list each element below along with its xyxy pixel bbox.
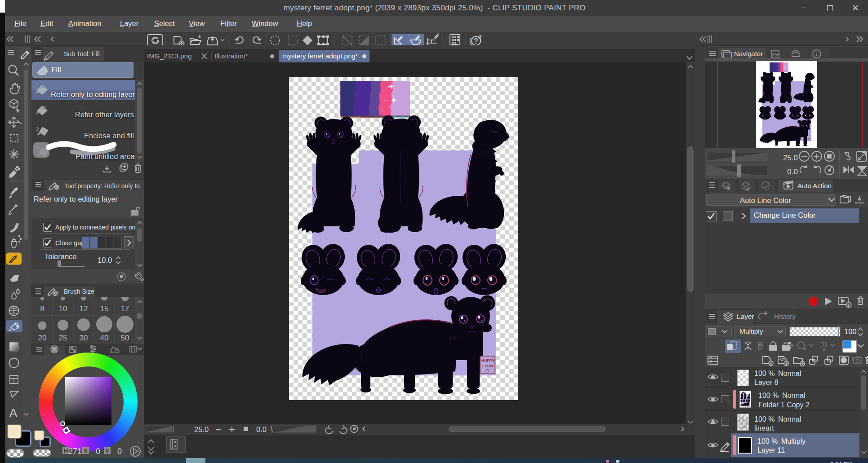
svg-text:8: 8 <box>40 304 44 313</box>
svg-text:?: ? <box>474 37 478 45</box>
svg-text:25: 25 <box>59 334 67 342</box>
svg-text:0.0: 0.0 <box>256 425 267 433</box>
svg-text:17: 17 <box>121 304 129 313</box>
svg-text:25.0: 25.0 <box>194 425 209 433</box>
svg-text:15: 15 <box>100 304 109 313</box>
svg-text:10: 10 <box>59 304 67 313</box>
svg-text:25.0: 25.0 <box>783 154 798 162</box>
svg-text:50: 50 <box>121 334 129 342</box>
svg-text:20: 20 <box>38 334 47 342</box>
svg-text:40: 40 <box>100 334 109 342</box>
svg-text:A: A <box>9 406 18 419</box>
svg-text:12: 12 <box>80 304 88 313</box>
svg-text:0.0: 0.0 <box>787 168 798 176</box>
svg-text:30: 30 <box>80 334 88 342</box>
